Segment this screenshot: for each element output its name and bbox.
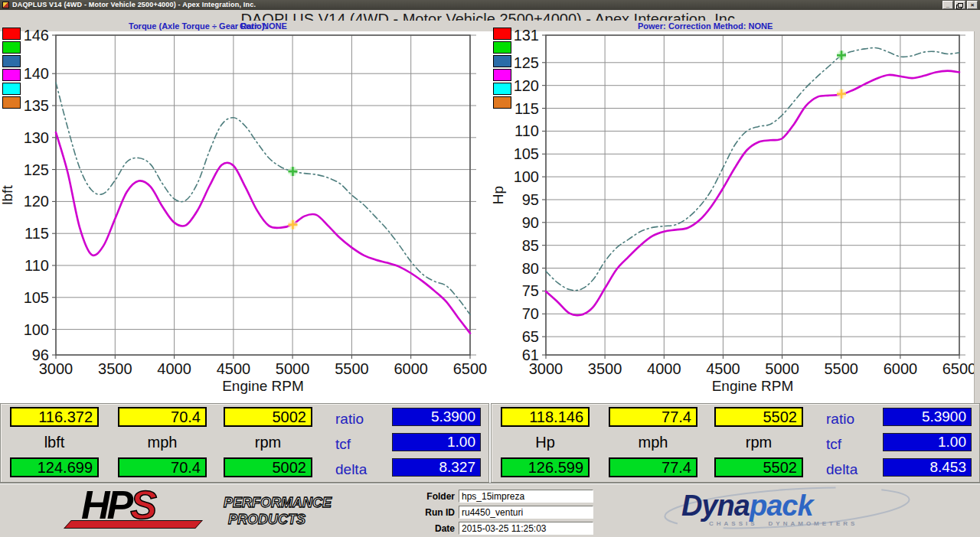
curve-current-run-power: [546, 71, 959, 316]
restore-button[interactable]: [955, 1, 965, 9]
svg-text:75: 75: [522, 282, 539, 299]
power-chart-legend: [493, 28, 511, 109]
cursor-power-value: 118.146: [501, 407, 590, 427]
ratio-label: ratio: [335, 411, 364, 428]
svg-text:5000: 5000: [276, 360, 310, 377]
curve-current-run-torque: [56, 132, 470, 334]
legend-swatch[interactable]: [493, 83, 511, 95]
rpm-unit-label: rpm: [714, 434, 803, 451]
legend-swatch[interactable]: [2, 83, 21, 95]
svg-text:70: 70: [522, 305, 539, 322]
curve-reference-run-power: [546, 47, 959, 290]
ratio-label: ratio: [826, 411, 854, 428]
folder-label: Folder: [360, 491, 455, 502]
legend-swatch[interactable]: [493, 28, 511, 40]
svg-text:125: 125: [24, 161, 49, 178]
svg-text:4000: 4000: [157, 360, 191, 377]
legend-swatch[interactable]: [2, 41, 21, 54]
svg-text:Engine RPM: Engine RPM: [712, 378, 794, 394]
ratio-value: 5.3900: [392, 408, 481, 426]
delta-value: 8.453: [883, 458, 972, 477]
svg-text:115: 115: [514, 100, 539, 117]
delta-value: 8.327: [392, 458, 481, 477]
svg-text:6000: 6000: [884, 360, 918, 377]
window-title: DAQPLUS V14 (4WD - Motor Vehicle 2500+40…: [12, 2, 256, 8]
power-chart: 1311251201151101051009590858075706561300…: [491, 25, 980, 403]
svg-text:4500: 4500: [706, 360, 740, 377]
svg-text:100: 100: [514, 168, 539, 185]
hps-products: PRODUCTS: [228, 511, 332, 528]
svg-text:6500: 6500: [453, 360, 488, 377]
torque-data-panel: 116.372 70.4 5002 lbft mph rpm 124.699 7…: [0, 403, 489, 483]
torque-chart-legend: [2, 28, 21, 109]
close-button[interactable]: ×: [967, 1, 978, 9]
cursor-speed-value: 77.4: [609, 407, 697, 427]
svg-text:3000: 3000: [529, 360, 564, 377]
folder-input[interactable]: [459, 490, 593, 503]
svg-text:5500: 5500: [335, 360, 369, 377]
svg-text:3000: 3000: [39, 360, 74, 377]
window-titlebar: DAQPLUS V14 (4WD - Motor Vehicle 2500+40…: [0, 0, 980, 10]
cursor-rpm-value: 5002: [224, 407, 312, 427]
minimize-button[interactable]: _: [942, 1, 953, 9]
legend-swatch[interactable]: [493, 69, 511, 81]
tcf-value: 1.00: [392, 433, 481, 451]
svg-text:115: 115: [24, 225, 49, 242]
svg-text:4000: 4000: [647, 360, 681, 377]
hps-logo: HPS PERFORMANCE PRODUCTS: [54, 488, 345, 532]
reference-speed-value: 70.4: [118, 457, 207, 477]
svg-text:110: 110: [514, 122, 539, 139]
cursor-speed-value: 70.4: [118, 407, 207, 427]
reference-speed-value: 77.4: [609, 457, 697, 477]
rpm-unit-label: rpm: [224, 434, 312, 451]
footer: HPS PERFORMANCE PRODUCTS Folder Run ID D…: [0, 483, 980, 537]
svg-text:6000: 6000: [394, 360, 428, 377]
svg-text:5000: 5000: [765, 360, 799, 377]
svg-text:90: 90: [522, 214, 539, 231]
svg-text:6500: 6500: [942, 360, 977, 377]
date-input[interactable]: [459, 522, 593, 535]
power-unit-label: Hp: [501, 434, 590, 451]
svg-text:125: 125: [514, 54, 539, 71]
legend-swatch[interactable]: [493, 96, 511, 109]
svg-text:3500: 3500: [98, 360, 132, 377]
svg-text:3500: 3500: [588, 360, 622, 377]
hps-logo-text: HPS: [81, 483, 154, 526]
svg-text:4500: 4500: [217, 360, 251, 377]
cursor-marker[interactable]: [288, 167, 297, 176]
cursor-marker[interactable]: [837, 90, 846, 99]
power-data-panel: 118.146 77.4 5502 Hp mph rpm 126.599 77.…: [491, 403, 980, 483]
svg-text:Hp: Hp: [491, 186, 506, 204]
ratio-value: 5.3900: [883, 408, 972, 426]
legend-swatch[interactable]: [493, 55, 511, 67]
svg-text:95: 95: [522, 191, 539, 208]
run-id-label: Run ID: [360, 507, 455, 518]
dynapack-dynamometers: DYNAMOMETERS: [769, 520, 858, 527]
torque-plot[interactable]: 1461401351301251201151101051009630003500…: [0, 25, 488, 403]
speed-unit-label: mph: [118, 434, 207, 451]
legend-swatch[interactable]: [2, 55, 21, 67]
legend-swatch[interactable]: [2, 96, 21, 109]
power-plot[interactable]: 1311251201151101051009590858075706561300…: [491, 25, 980, 403]
svg-text:120: 120: [514, 77, 539, 94]
dynapack-logo: Dynapack CHASSISDYNAMOMETERS: [658, 487, 916, 534]
curve-reference-run-torque: [56, 83, 470, 314]
svg-text:105: 105: [24, 289, 49, 306]
window-right-edge: [974, 31, 980, 403]
restore-icon: [958, 3, 963, 8]
dynapack-chassis: CHASSIS: [709, 520, 758, 527]
tcf-label: tcf: [826, 436, 841, 453]
svg-text:110: 110: [24, 257, 49, 274]
svg-text:Engine RPM: Engine RPM: [222, 378, 304, 394]
run-id-input[interactable]: [459, 506, 593, 519]
date-label: Date: [360, 523, 455, 534]
legend-swatch[interactable]: [2, 28, 21, 40]
torque-unit-label: lbft: [10, 434, 99, 451]
svg-text:140: 140: [24, 65, 49, 82]
cursor-rpm-value: 5502: [714, 407, 803, 427]
dynapack-logo-text: Dynapack: [681, 490, 813, 522]
legend-swatch[interactable]: [493, 41, 511, 54]
svg-text:131: 131: [514, 27, 539, 44]
legend-swatch[interactable]: [2, 69, 21, 81]
delta-label: delta: [335, 461, 367, 478]
